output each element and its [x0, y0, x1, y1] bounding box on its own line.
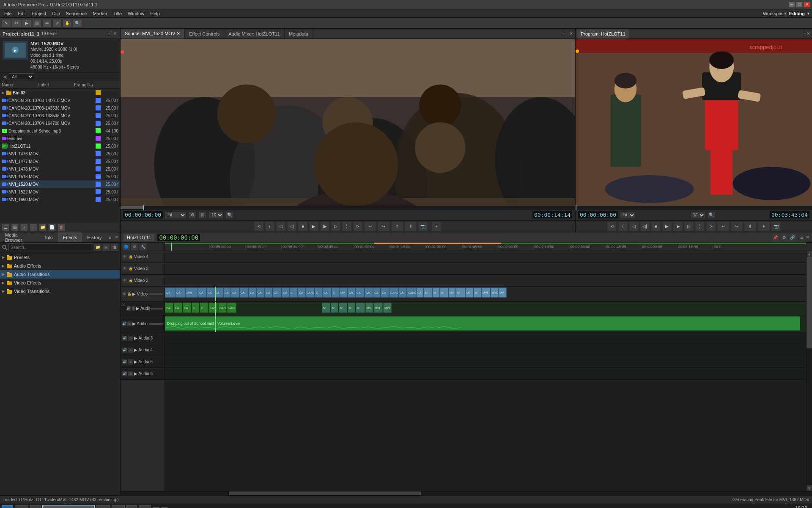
- video-clip[interactable]: MV: [498, 287, 507, 298]
- prog-mark-in-btn[interactable]: ⊲: [607, 222, 617, 231]
- effects-search-input[interactable]: [8, 243, 93, 251]
- project-delete-btn[interactable]: 🗑: [58, 224, 65, 231]
- video-clip[interactable]: CA: [165, 287, 175, 298]
- program-playhead[interactable]: [576, 205, 576, 210]
- scroll-thumb-h[interactable]: [229, 491, 422, 495]
- effects-folder-presets[interactable]: ▶ Presets: [0, 253, 120, 262]
- menu-marker[interactable]: Marker: [90, 11, 110, 17]
- track-lock-btn[interactable]: 🔒: [128, 254, 133, 260]
- timeline-panel-menu-btn[interactable]: ≡: [801, 235, 803, 240]
- scroll-down-btn[interactable]: ▼: [807, 485, 812, 491]
- source-gang-btn[interactable]: ⊞: [198, 211, 207, 219]
- tab-effect-controls[interactable]: Effect Controls: [185, 29, 224, 39]
- source-timecode-in[interactable]: 00:00:00:00: [123, 211, 163, 218]
- track-keyframe-slider[interactable]: [149, 293, 163, 295]
- menu-sequence[interactable]: Sequence: [63, 11, 90, 17]
- track-lock-btn[interactable]: 🔒: [128, 266, 133, 271]
- audio-clip[interactable]: C: [200, 303, 208, 313]
- source-mark-out-btn[interactable]: ⊳: [353, 222, 362, 231]
- effects-folder-video-transitions[interactable]: ▶ Video Transitions: [0, 287, 120, 295]
- effects-new-bin-btn[interactable]: 📁: [94, 243, 102, 251]
- project-new-bin-btn[interactable]: 📁: [39, 224, 47, 231]
- tool-zoom[interactable]: 🔍: [73, 19, 82, 28]
- taskbar-explorer-btn[interactable]: 📁: [15, 505, 28, 508]
- source-go-to-out-btn[interactable]: ⟩: [342, 222, 351, 231]
- effects-delete-btn[interactable]: 🗑: [111, 243, 118, 251]
- program-timecode-out[interactable]: 00:03:43:04: [770, 211, 809, 218]
- program-scrubber[interactable]: [576, 206, 812, 209]
- menu-file[interactable]: File: [2, 11, 14, 17]
- list-item[interactable]: MVI_1478.MOV 25,00 f: [0, 165, 120, 173]
- program-quality-select[interactable]: 1/2 Full: [690, 211, 705, 219]
- video-clip[interactable]: MVL: [491, 287, 498, 298]
- taskbar-unknown-btn[interactable]: ?: [126, 505, 137, 508]
- project-list-view-btn[interactable]: ☰: [2, 224, 9, 231]
- video-clip[interactable]: CA: [282, 287, 289, 298]
- tool-ripple[interactable]: ⊞: [32, 19, 41, 28]
- source-extract-btn[interactable]: ⇓: [405, 222, 417, 231]
- list-item[interactable]: CANON-20110704-164708.MOV 25,00 f: [0, 119, 120, 127]
- list-item[interactable]: CANON-20110703-143538.MOV 25,00 f: [0, 104, 120, 112]
- video-clip[interactable]: MV: [448, 287, 456, 298]
- audio-clip[interactable]: MV: [365, 303, 373, 313]
- video-clip[interactable]: CA: [416, 287, 424, 298]
- video-clip[interactable]: M: [474, 287, 481, 298]
- project-panel-menu-btn[interactable]: ≡: [108, 31, 110, 36]
- source-insert-btn[interactable]: ↩: [364, 222, 376, 231]
- video-clip[interactable]: CA: [206, 287, 214, 298]
- timeline-wrench-btn[interactable]: 🔧: [139, 243, 147, 251]
- menu-help[interactable]: Help: [148, 11, 162, 17]
- effects-folder-audio-transitions[interactable]: ▶ Audio Transitions: [0, 270, 120, 279]
- program-monitor-close-btn[interactable]: ✕: [807, 31, 810, 36]
- project-panel-close-btn[interactable]: ✕: [112, 31, 118, 36]
- audio-clip[interactable]: M: [322, 303, 330, 313]
- source-mark-in-btn[interactable]: ⊲: [254, 222, 263, 231]
- timeline-timecode[interactable]: 00:00:00:00: [157, 234, 200, 241]
- prog-go-to-out-btn[interactable]: ⟩: [695, 222, 705, 231]
- tab-info[interactable]: Info: [40, 232, 58, 242]
- prog-play-in-btn[interactable]: ◁|: [640, 222, 650, 231]
- list-item[interactable]: MVI_1477.MOV 25,00 f: [0, 157, 120, 165]
- maximize-button[interactable]: □: [796, 2, 803, 8]
- source-playhead[interactable]: [143, 205, 144, 210]
- track-solo-btn[interactable]: S: [128, 348, 133, 353]
- timeline-panel-close-btn[interactable]: ✕: [806, 235, 809, 240]
- source-play-in-btn[interactable]: ◁|: [287, 222, 296, 231]
- track-visibility-btn[interactable]: 👁: [122, 278, 127, 283]
- list-item[interactable]: CANON-20110703-140610.MOV 25,00 f: [0, 97, 120, 104]
- tab-audio-mixer[interactable]: Audio Mixer: HotZLOT11: [224, 29, 285, 39]
- source-monitor-close-btn[interactable]: ✕: [568, 31, 575, 36]
- track-visibility-btn[interactable]: 👁: [122, 254, 127, 260]
- video-clip[interactable]: MVI: [481, 287, 491, 298]
- video-clip[interactable]: M/: [465, 287, 474, 298]
- source-zoom-btn[interactable]: 🔍: [225, 211, 234, 219]
- audio-clip[interactable]: MVL: [383, 303, 392, 313]
- video-clip[interactable]: CA: [265, 287, 272, 298]
- list-item[interactable]: CANON-20110703-143538.MOV 25,00 f: [0, 112, 120, 119]
- source-overwrite-btn[interactable]: ↪: [378, 222, 390, 231]
- track-solo-btn[interactable]: S: [128, 371, 133, 376]
- video-clip[interactable]: CANON-2: [407, 287, 416, 298]
- video-clip[interactable]: CANC: [389, 287, 398, 298]
- track-lock-btn[interactable]: 🔒: [128, 278, 133, 283]
- tab-history[interactable]: History: [82, 232, 107, 242]
- video-clip[interactable]: CA: [272, 287, 282, 298]
- video-clip[interactable]: CANO: [305, 287, 315, 298]
- timeline-ruler[interactable]: 🔵 ⚙ 🔧 00:00:00:00 00:00:15:00 00:00:30:0…: [121, 243, 812, 251]
- project-icon-view-btn[interactable]: ⊞: [11, 224, 19, 231]
- timeline-horizontal-scrollbar[interactable]: [121, 491, 812, 495]
- tool-track-select[interactable]: ▶: [22, 19, 31, 28]
- audio-clip[interactable]: CA: [174, 303, 182, 313]
- source-fit-select[interactable]: Fit 25% 50% 100%: [165, 211, 187, 219]
- tool-slide[interactable]: ⤢: [52, 19, 62, 28]
- source-go-to-in-btn[interactable]: ⟨: [265, 222, 274, 231]
- source-add-marker-btn[interactable]: +: [432, 222, 441, 231]
- prog-overwrite-btn[interactable]: ↪: [731, 222, 743, 231]
- video-clip[interactable]: C: [289, 287, 298, 298]
- video-clip[interactable]: CA: [373, 287, 381, 298]
- menu-window[interactable]: Window: [125, 11, 147, 17]
- tool-slip[interactable]: ⇔: [42, 19, 52, 28]
- prog-stop-btn[interactable]: ■: [651, 222, 661, 231]
- source-step-fwd-btn[interactable]: ▷: [331, 222, 340, 231]
- scroll-up-btn[interactable]: ▲: [807, 251, 812, 257]
